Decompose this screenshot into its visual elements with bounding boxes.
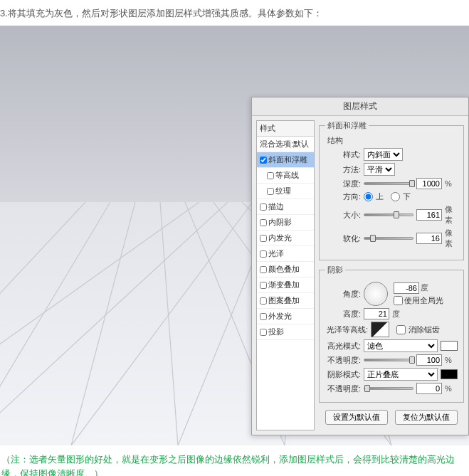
style-checkbox[interactable] [260,219,267,226]
sh-opacity-label: 不透明度: [325,384,361,394]
style-item[interactable]: 等高线 [257,168,314,184]
bevel-legend: 斜面和浮雕 [325,120,369,131]
structure-fieldset: 结构 样式:内斜面 方法:平滑 深度:% 方向:上下 大小:像素 软化:像素 [325,135,458,251]
style-checkbox[interactable] [260,203,267,211]
dialog-title: 图层样式 [252,97,468,116]
sh-color-swatch[interactable] [441,369,458,379]
style-label: 颜色叠加 [268,264,300,275]
soften-label: 软化: [325,233,361,244]
hi-mode-select[interactable]: 滤色 [364,339,438,352]
antialias-checkbox[interactable] [396,325,406,334]
altitude-input[interactable] [364,308,389,319]
set-default-button[interactable]: 设置为默认值 [325,410,388,425]
sh-mode-label: 阴影模式: [325,369,361,380]
style-item[interactable]: 颜色叠加 [257,262,314,277]
style-item[interactable]: 外发光 [257,309,314,324]
style-item[interactable]: 图案叠加 [257,293,314,309]
angle-input[interactable] [394,282,419,294]
shading-fieldset: 阴影 角度: 度 使用全局光 高度:度 光泽等高线:消除锯齿 高光模式:滤色 不… [319,265,464,403]
style-item[interactable]: 描边 [257,199,314,215]
method-select[interactable]: 平滑 [364,163,395,176]
hi-mode-label: 高光模式: [325,341,361,351]
style-label: 渐变叠加 [268,280,300,290]
direction-label: 方向: [325,191,361,202]
reset-default-button[interactable]: 复位为默认值 [395,410,458,425]
dir-up-label: 上 [376,191,384,202]
dir-down-radio[interactable] [391,192,400,201]
contour-picker[interactable] [371,322,389,337]
style-label: 光泽 [268,248,284,259]
hi-opacity-slider[interactable] [364,359,413,361]
size-label: 大小: [325,210,361,221]
style-checkbox[interactable] [260,157,267,164]
antialias-label: 消除锯齿 [409,324,440,335]
style-label: 内阴影 [268,217,292,228]
global-light-checkbox[interactable] [394,296,403,305]
depth-unit: % [445,179,458,188]
style-checkbox[interactable] [260,313,267,320]
size-input[interactable] [416,209,442,221]
sh-opacity-input[interactable] [416,383,442,394]
style-item[interactable]: 投影 [257,324,314,340]
styles-list: 样式 混合选项:默认斜面和浮雕等高线纹理描边内阴影内发光光泽颜色叠加渐变叠加图案… [256,120,315,430]
size-unit: 像素 [445,204,458,226]
style-item[interactable]: 内阴影 [257,215,314,231]
canvas-preview: 图层样式 样式 混合选项:默认斜面和浮雕等高线纹理描边内阴影内发光光泽颜色叠加渐… [0,26,469,445]
style-checkbox[interactable] [260,266,267,273]
style-label: 等高线 [275,170,299,181]
style-label: 纹理 [275,186,291,196]
style-checkbox[interactable] [260,250,267,258]
style-label: 描边 [268,201,284,212]
style-label: 外发光 [268,311,292,322]
size-slider[interactable] [364,213,413,216]
hi-color-swatch[interactable] [441,341,458,351]
style-label: 斜面和浮雕 [268,154,307,165]
style-label: 内发光 [268,233,292,243]
dir-up-radio[interactable] [364,192,373,201]
style-item[interactable]: 光泽 [257,246,314,262]
style-item[interactable]: 内发光 [257,231,314,246]
global-light-label: 使用全局光 [404,295,443,306]
style-checkbox[interactable] [260,282,267,289]
soften-unit: 像素 [445,228,458,249]
shading-legend: 阴影 [325,265,345,275]
svg-line-15 [0,202,85,445]
bevel-fieldset: 斜面和浮雕 结构 样式:内斜面 方法:平滑 深度:% 方向:上下 大小:像素 软… [319,120,464,260]
style-item[interactable]: 纹理 [257,184,314,199]
svg-line-1 [0,202,228,445]
styles-header: 样式 [257,121,314,137]
sh-mode-select[interactable]: 正片叠底 [364,368,438,381]
style-label: 样式: [325,149,361,160]
instruction-text: 3.将其填充为灰色，然后对形状图层添加图层样式增强其质感。具体参数如下： [0,0,469,26]
depth-slider[interactable] [364,182,413,185]
hi-opacity-input[interactable] [416,354,442,366]
style-checkbox[interactable] [267,172,274,179]
dir-down-label: 下 [403,191,411,202]
soften-input[interactable] [416,233,442,244]
style-checkbox[interactable] [260,235,267,242]
hi-opacity-label: 不透明度: [325,355,361,366]
style-label: 投影 [268,327,284,337]
altitude-label: 高度: [325,309,361,319]
svg-line-13 [71,202,135,445]
style-checkbox[interactable] [260,329,267,336]
style-label: 混合选项:默认 [260,139,309,149]
depth-input[interactable] [416,178,442,189]
hi-opacity-unit: % [445,356,458,364]
svg-line-12 [160,202,178,445]
style-item[interactable]: 斜面和浮雕 [257,152,314,168]
style-item[interactable]: 渐变叠加 [257,277,314,293]
soften-slider[interactable] [364,237,413,240]
layer-style-dialog: 图层样式 样式 混合选项:默认斜面和浮雕等高线纹理描边内阴影内发光光泽颜色叠加渐… [251,97,469,435]
sh-opacity-slider[interactable] [364,387,413,390]
style-label: 图案叠加 [268,295,300,306]
style-checkbox[interactable] [267,188,274,195]
style-select[interactable]: 内斜面 [364,148,403,161]
angle-wheel[interactable] [364,282,388,306]
style-item[interactable]: 混合选项:默认 [257,137,314,152]
sh-opacity-unit: % [445,384,458,393]
footer-note: （注：选者矢量图形的好处，就是在变形之后图像的边缘依然锐利，添加图层样式后，会得… [0,445,469,476]
altitude-unit: 度 [392,309,405,319]
contour-label: 光泽等高线: [325,324,368,335]
style-checkbox[interactable] [260,297,267,305]
